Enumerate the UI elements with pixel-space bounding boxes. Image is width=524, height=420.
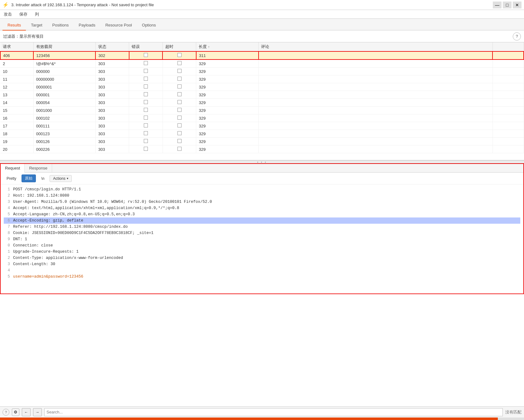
checkbox[interactable] bbox=[144, 139, 148, 143]
tab-target[interactable]: Target bbox=[26, 20, 47, 31]
table-cell[interactable] bbox=[129, 99, 163, 107]
raw-button[interactable]: 原始 bbox=[22, 174, 36, 182]
request-content[interactable]: 1POST /cmscp/login.do HTTP/1.12Host: 192… bbox=[1, 184, 523, 294]
request-line: 2Host: 192.168.1.124:8080 bbox=[4, 193, 520, 199]
table-cell[interactable] bbox=[129, 51, 163, 60]
table-cell[interactable] bbox=[163, 107, 196, 114]
table-cell[interactable] bbox=[129, 138, 163, 146]
table-cell: 14 bbox=[0, 99, 33, 107]
col-header-payload[interactable]: 有效载荷 bbox=[33, 42, 95, 51]
tab-options[interactable]: Options bbox=[137, 20, 161, 31]
tab-positions[interactable]: Positions bbox=[47, 20, 74, 31]
table-cell: 000000 bbox=[33, 68, 95, 75]
checkbox[interactable] bbox=[177, 147, 182, 151]
checkbox[interactable] bbox=[144, 69, 148, 73]
table-cell[interactable] bbox=[129, 107, 163, 114]
checkbox[interactable] bbox=[177, 84, 182, 88]
tab-results[interactable]: Results bbox=[2, 20, 26, 31]
table-cell[interactable] bbox=[163, 91, 196, 99]
search-input[interactable] bbox=[44, 408, 503, 416]
table-cell: 000226 bbox=[33, 146, 95, 153]
minimize-button[interactable]: — bbox=[493, 2, 502, 8]
checkbox[interactable] bbox=[144, 61, 148, 65]
table-cell bbox=[492, 122, 524, 130]
checkbox[interactable] bbox=[144, 77, 148, 81]
panel-divider[interactable]: • • • bbox=[0, 161, 524, 163]
table-cell[interactable] bbox=[163, 75, 196, 83]
table-cell[interactable] bbox=[129, 68, 163, 75]
menu-attack[interactable]: 攻击 bbox=[2, 11, 13, 18]
table-cell[interactable] bbox=[129, 146, 163, 153]
table-cell[interactable] bbox=[163, 99, 196, 107]
table-cell[interactable] bbox=[163, 68, 196, 75]
table-cell[interactable] bbox=[129, 91, 163, 99]
table-cell[interactable] bbox=[163, 60, 196, 68]
table-cell[interactable] bbox=[129, 75, 163, 83]
line-number: 2 bbox=[4, 255, 10, 261]
checkbox[interactable] bbox=[144, 84, 148, 88]
menu-save[interactable]: 保存 bbox=[18, 11, 29, 18]
forward-button[interactable]: → bbox=[33, 408, 42, 416]
col-header-length[interactable]: 长度 ↑ bbox=[196, 42, 259, 51]
table-cell[interactable] bbox=[129, 122, 163, 130]
close-button[interactable]: ✕ bbox=[513, 2, 522, 8]
table-cell[interactable] bbox=[163, 122, 196, 130]
tab-request[interactable]: Request bbox=[1, 164, 25, 173]
checkbox[interactable] bbox=[177, 92, 182, 96]
table-cell[interactable] bbox=[163, 130, 196, 138]
checkbox[interactable] bbox=[177, 123, 182, 127]
checkbox[interactable] bbox=[144, 131, 148, 135]
title-bar: ⚡ 3. Intruder attack of 192.168.1.124 - … bbox=[0, 0, 524, 10]
window-controls: — □ ✕ bbox=[493, 2, 522, 8]
no-match-label: 没有匹配 bbox=[505, 409, 522, 415]
tab-resource-pool[interactable]: Resource Pool bbox=[100, 20, 137, 31]
checkbox[interactable] bbox=[177, 77, 182, 81]
tab-response[interactable]: Response bbox=[25, 164, 52, 172]
results-table-wrapper[interactable]: 请求 有效载荷 状态 错误 超时 长度 ↑ 评论 406123456302311… bbox=[0, 42, 524, 161]
checkbox[interactable] bbox=[144, 100, 148, 104]
tab-payloads[interactable]: Payloads bbox=[74, 20, 100, 31]
pretty-button[interactable]: Pretty bbox=[3, 175, 20, 182]
col-header-comment[interactable]: 评论 bbox=[259, 42, 492, 51]
checkbox[interactable] bbox=[144, 108, 148, 112]
newline-button[interactable]: \n bbox=[38, 175, 48, 182]
help-icon[interactable]: ? bbox=[2, 409, 9, 416]
checkbox[interactable] bbox=[177, 139, 182, 143]
checkbox[interactable] bbox=[144, 123, 148, 127]
table-cell[interactable] bbox=[129, 83, 163, 91]
table-cell[interactable] bbox=[129, 114, 163, 122]
table-cell[interactable] bbox=[163, 138, 196, 146]
checkbox[interactable] bbox=[177, 108, 182, 112]
checkbox[interactable] bbox=[177, 69, 182, 73]
checkbox[interactable] bbox=[177, 53, 182, 57]
request-line: 2Content-Type: application/x-www-form-ur… bbox=[4, 255, 520, 261]
table-cell: 329 bbox=[196, 68, 259, 75]
col-header-error[interactable]: 错误 bbox=[129, 42, 163, 51]
table-cell[interactable] bbox=[129, 60, 163, 68]
col-header-status[interactable]: 状态 bbox=[95, 42, 129, 51]
actions-button[interactable]: Actions ▾ bbox=[50, 175, 71, 182]
col-header-request[interactable]: 请求 bbox=[0, 42, 33, 51]
checkbox[interactable] bbox=[144, 92, 148, 96]
table-cell bbox=[492, 130, 524, 138]
col-header-timeout[interactable]: 超时 bbox=[163, 42, 196, 51]
menu-columns[interactable]: 列 bbox=[34, 11, 40, 18]
checkbox[interactable] bbox=[144, 116, 148, 120]
checkbox[interactable] bbox=[177, 61, 182, 65]
table-cell bbox=[259, 68, 492, 75]
filter-help-button[interactable]: ? bbox=[513, 32, 521, 41]
table-cell bbox=[259, 75, 492, 83]
back-button[interactable]: ← bbox=[22, 408, 31, 416]
table-cell[interactable] bbox=[163, 114, 196, 122]
table-cell[interactable] bbox=[163, 146, 196, 153]
checkbox[interactable] bbox=[144, 53, 148, 57]
checkbox[interactable] bbox=[177, 131, 182, 135]
table-cell[interactable] bbox=[163, 51, 196, 60]
table-cell[interactable] bbox=[163, 83, 196, 91]
checkbox[interactable] bbox=[177, 116, 182, 120]
table-cell[interactable] bbox=[129, 130, 163, 138]
checkbox[interactable] bbox=[144, 147, 148, 151]
restore-button[interactable]: □ bbox=[503, 2, 512, 8]
settings-icon[interactable]: ⚙ bbox=[12, 408, 19, 416]
checkbox[interactable] bbox=[177, 100, 182, 104]
